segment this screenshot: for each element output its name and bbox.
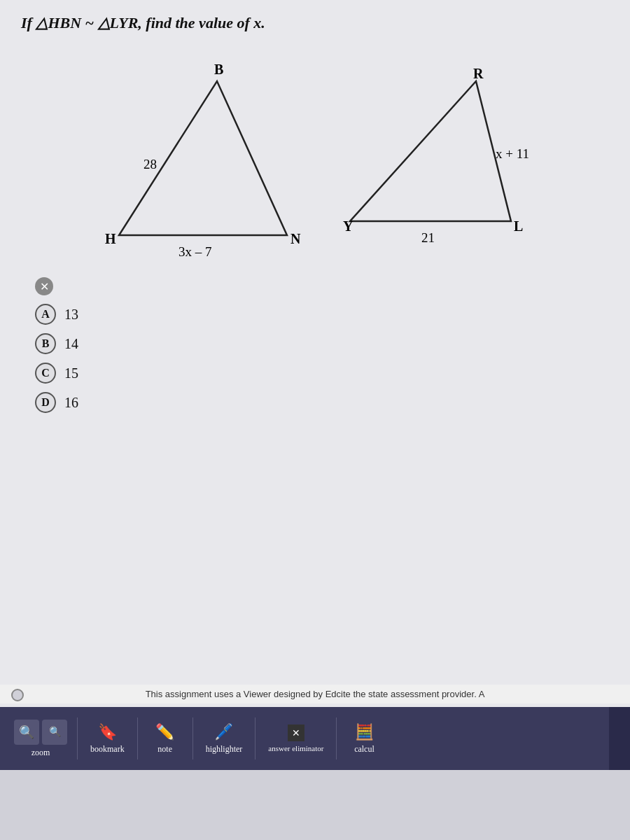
option-c-circle[interactable]: C	[35, 363, 56, 384]
divider-4	[255, 718, 255, 760]
divider-1	[77, 718, 78, 760]
answer-option-b[interactable]: B 14	[35, 333, 609, 354]
zoom-out-button[interactable]: 🔍	[14, 720, 39, 745]
answer-option-c[interactable]: C 15	[35, 363, 609, 384]
toolbar-right-edge	[609, 707, 630, 770]
zoom-in-button[interactable]: 🔍	[42, 720, 67, 745]
footer-text: This assignment uses a Viewer designed b…	[0, 685, 630, 704]
vertex-h: H	[105, 231, 116, 246]
vertex-b: B	[214, 62, 223, 77]
bookmark-button[interactable]: 🔖 bookmark	[80, 718, 134, 760]
answers-area: A 13 B 14 C 15 D 16	[35, 304, 609, 413]
answer-eliminator-button[interactable]: ✕ answer eliminator	[258, 719, 333, 758]
zoom-label: zoom	[31, 748, 50, 758]
divider-5	[336, 718, 337, 760]
option-c-value: 15	[64, 365, 78, 382]
option-b-value: 14	[64, 336, 78, 352]
highlighter-button[interactable]: 🖊️ highlighter	[196, 718, 253, 760]
calculator-icon: 🧮	[355, 723, 374, 741]
triangles-area: B H N 28 3x – 7 R Y L x + 11 21	[63, 46, 609, 256]
vertex-r: R	[473, 66, 484, 81]
answer-option-d[interactable]: D 16	[35, 392, 609, 413]
note-button[interactable]: ✏️ note	[141, 718, 190, 760]
vertex-y: Y	[343, 218, 354, 234]
triangle-hbn: B H N 28 3x – 7	[77, 53, 301, 256]
option-d-value: 16	[64, 395, 78, 411]
toolbar: 🔍 🔍 zoom 🔖 bookmark ✏️ note 🖊️ highlight…	[0, 707, 630, 770]
highlighter-label: highlighter	[206, 744, 243, 755]
answer-eliminator-label: answer eliminator	[268, 744, 323, 752]
bookmark-label: bookmark	[90, 744, 125, 755]
answer-eliminator-icon: ✕	[288, 724, 304, 741]
option-b-circle[interactable]: B	[35, 333, 56, 354]
svg-marker-1	[350, 81, 511, 221]
note-icon: ✏️	[155, 723, 174, 741]
side-21: 21	[421, 230, 435, 245]
dismiss-icon[interactable]: ✕	[35, 277, 53, 295]
divider-3	[192, 718, 193, 760]
bookmark-icon: 🔖	[98, 723, 117, 741]
answer-option-a[interactable]: A 13	[35, 304, 609, 325]
zoom-group: 🔍 🔍 zoom	[7, 720, 74, 758]
vertex-l: L	[514, 218, 523, 234]
divider-2	[137, 718, 138, 760]
highlighter-icon: 🖊️	[214, 723, 233, 741]
calculator-label: calcul	[354, 744, 374, 755]
option-d-circle[interactable]: D	[35, 392, 56, 413]
note-label: note	[158, 744, 172, 755]
option-a-value: 13	[64, 307, 78, 323]
side-3x7: 3x – 7	[178, 244, 212, 259]
side-x11: x + 11	[496, 146, 529, 161]
bottom-indicator	[11, 689, 24, 701]
vertex-n: N	[290, 231, 301, 246]
main-content: If △HBN ~ △LYR, find the value of x. B H…	[0, 0, 630, 770]
calculator-button[interactable]: 🧮 calcul	[340, 718, 388, 760]
side-28: 28	[144, 157, 157, 172]
question-title: If △HBN ~ △LYR, find the value of x.	[21, 14, 609, 32]
triangle-yrl: R Y L x + 11 21	[343, 74, 525, 242]
option-a-circle[interactable]: A	[35, 304, 56, 325]
